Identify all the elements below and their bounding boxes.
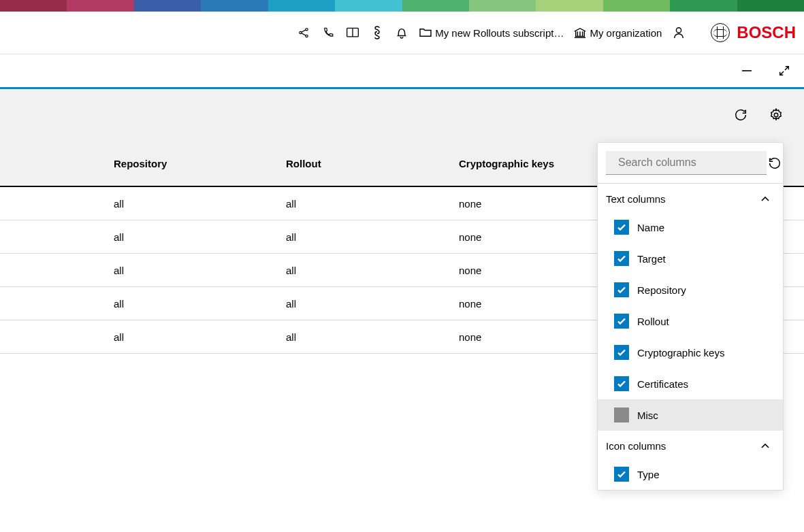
brand-supergraphic bbox=[0, 0, 804, 12]
cell-repository: all bbox=[0, 198, 286, 210]
column-option-label: Misc bbox=[637, 410, 658, 421]
organization-label: My organization bbox=[590, 27, 662, 39]
cell-crypto: none bbox=[459, 231, 481, 243]
cell-crypto: none bbox=[459, 331, 481, 343]
text-columns-group[interactable]: Text columns bbox=[598, 184, 783, 212]
checkbox-unchecked-icon bbox=[614, 408, 629, 422]
column-option[interactable]: Target bbox=[598, 243, 783, 274]
bell-icon[interactable] bbox=[391, 22, 412, 43]
column-option-label: Rollout bbox=[637, 316, 669, 327]
bosch-wordmark: BOSCH bbox=[737, 23, 796, 42]
column-option-label: Cryptographic keys bbox=[637, 347, 724, 359]
subscription-selector[interactable]: My new Rollouts subscript… bbox=[416, 27, 566, 39]
expand-button[interactable] bbox=[778, 65, 790, 77]
checkbox-checked-icon bbox=[614, 467, 629, 482]
column-option[interactable]: Certificates bbox=[598, 368, 783, 399]
icon-columns-label: Icon columns bbox=[606, 440, 666, 452]
cell-crypto: none bbox=[459, 198, 481, 210]
svg-point-7 bbox=[677, 28, 681, 33]
svg-line-3 bbox=[302, 30, 306, 32]
folder-icon bbox=[419, 27, 432, 38]
share-icon[interactable] bbox=[293, 22, 314, 43]
bosch-armature-icon bbox=[711, 23, 730, 42]
refresh-button[interactable] bbox=[733, 107, 748, 122]
minimize-button[interactable] bbox=[740, 64, 754, 78]
checkbox-checked-icon bbox=[614, 314, 629, 329]
chevron-up-icon bbox=[760, 441, 771, 452]
bosch-logo: BOSCH bbox=[711, 23, 796, 42]
column-option[interactable]: Type bbox=[598, 459, 783, 490]
book-icon[interactable] bbox=[342, 22, 363, 43]
column-option-label: Certificates bbox=[637, 378, 688, 390]
topbar: My new Rollouts subscript… My organizati… bbox=[0, 12, 804, 54]
table-toolbar bbox=[0, 89, 804, 141]
column-option-label: Type bbox=[637, 469, 660, 480]
checkbox-checked-icon bbox=[614, 345, 629, 360]
column-option-label: Name bbox=[637, 222, 664, 233]
cell-rollout: all bbox=[286, 331, 459, 343]
organization-selector[interactable]: My organization bbox=[570, 27, 664, 39]
svg-point-1 bbox=[306, 28, 308, 30]
user-icon[interactable] bbox=[669, 22, 689, 43]
cell-repository: all bbox=[0, 265, 286, 276]
column-option[interactable]: Misc bbox=[598, 399, 783, 431]
col-header-crypto[interactable]: Cryptographic keys bbox=[459, 158, 554, 169]
cell-crypto: none bbox=[459, 298, 481, 310]
text-columns-label: Text columns bbox=[606, 193, 666, 205]
column-option[interactable]: Repository bbox=[598, 274, 783, 305]
svg-point-2 bbox=[306, 35, 308, 37]
column-search-input[interactable] bbox=[606, 151, 767, 175]
column-settings-popover: Text columns NameTargetRepositoryRollout… bbox=[597, 142, 784, 491]
column-option-label: Repository bbox=[637, 284, 686, 296]
col-header-rollout[interactable]: Rollout bbox=[286, 158, 459, 169]
cell-rollout: all bbox=[286, 198, 459, 210]
settings-button[interactable] bbox=[769, 107, 784, 122]
reset-columns-button[interactable] bbox=[767, 143, 783, 183]
column-option[interactable]: Rollout bbox=[598, 305, 783, 337]
section-icon[interactable] bbox=[367, 22, 387, 43]
column-option[interactable]: Cryptographic keys bbox=[598, 337, 783, 368]
phone-icon[interactable] bbox=[318, 22, 338, 43]
checkbox-checked-icon bbox=[614, 376, 629, 391]
icon-columns-group[interactable]: Icon columns bbox=[598, 431, 783, 459]
svg-point-9 bbox=[774, 113, 778, 117]
checkbox-checked-icon bbox=[614, 282, 629, 297]
svg-line-4 bbox=[302, 33, 306, 35]
chevron-up-icon bbox=[760, 194, 771, 205]
checkbox-checked-icon bbox=[614, 251, 629, 266]
cell-repository: all bbox=[0, 298, 286, 310]
column-option-label: Target bbox=[637, 253, 666, 265]
checkbox-checked-icon bbox=[614, 220, 629, 235]
cell-rollout: all bbox=[286, 265, 459, 276]
subscription-label: My new Rollouts subscript… bbox=[435, 27, 564, 39]
organization-icon bbox=[573, 27, 587, 39]
column-option[interactable]: Name bbox=[598, 212, 783, 243]
panel-controls bbox=[0, 54, 804, 87]
cell-repository: all bbox=[0, 231, 286, 243]
cell-repository: all bbox=[0, 331, 286, 343]
cell-rollout: all bbox=[286, 231, 459, 243]
col-header-repository[interactable]: Repository bbox=[0, 158, 286, 169]
cell-rollout: all bbox=[286, 298, 459, 310]
svg-point-0 bbox=[300, 31, 302, 33]
cell-crypto: none bbox=[459, 265, 481, 276]
